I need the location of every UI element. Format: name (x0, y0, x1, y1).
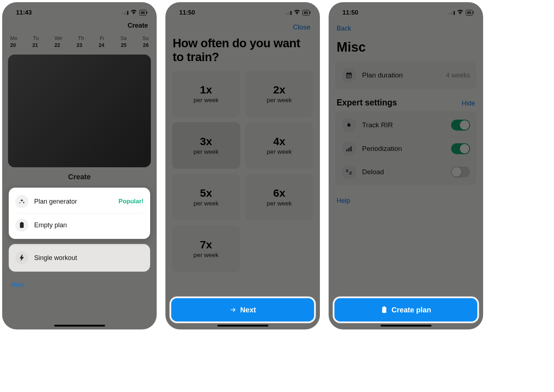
bolt-icon (15, 251, 28, 264)
screen-frequency: 11:50 85 Close How often do you want to … (165, 2, 320, 329)
empty-plan-label: Empty plan (34, 221, 144, 229)
arrow-right-icon (229, 306, 237, 313)
clipboard-icon (15, 219, 28, 232)
next-button[interactable]: Next (171, 298, 314, 321)
create-plan-button[interactable]: Create plan (334, 298, 477, 321)
single-workout-row[interactable]: Single workout (15, 246, 144, 269)
single-workout-label: Single workout (34, 254, 144, 262)
home-indicator (54, 325, 105, 327)
modal-overlay (165, 2, 320, 329)
next-label: Next (240, 306, 256, 314)
plan-options-card: Plan generator Popular! Empty plan (9, 188, 150, 239)
plan-generator-label: Plan generator (34, 198, 113, 205)
create-sheet: Create Plan generator Popular! Empty pla… (2, 166, 157, 329)
single-workout-card: Single workout (9, 244, 150, 272)
sparkle-icon (15, 195, 28, 208)
sheet-title: Create (9, 173, 150, 181)
popular-badge: Popular! (119, 198, 144, 205)
plan-generator-row[interactable]: Plan generator Popular! (15, 190, 144, 213)
screen-misc-settings: 11:50 85 Back Misc Plan duration 4 weeks… (329, 2, 483, 329)
home-indicator (381, 325, 431, 327)
create-plan-label: Create plan (392, 306, 431, 314)
clipboard-icon (381, 306, 388, 313)
modal-overlay (329, 2, 483, 329)
help-link[interactable]: Help (9, 277, 150, 293)
screen-create-menu: 11:43 86 Create Mo Tu We Th Fr Sa Su 20 … (2, 2, 157, 329)
home-indicator (217, 325, 268, 327)
empty-plan-row[interactable]: Empty plan (15, 213, 144, 237)
